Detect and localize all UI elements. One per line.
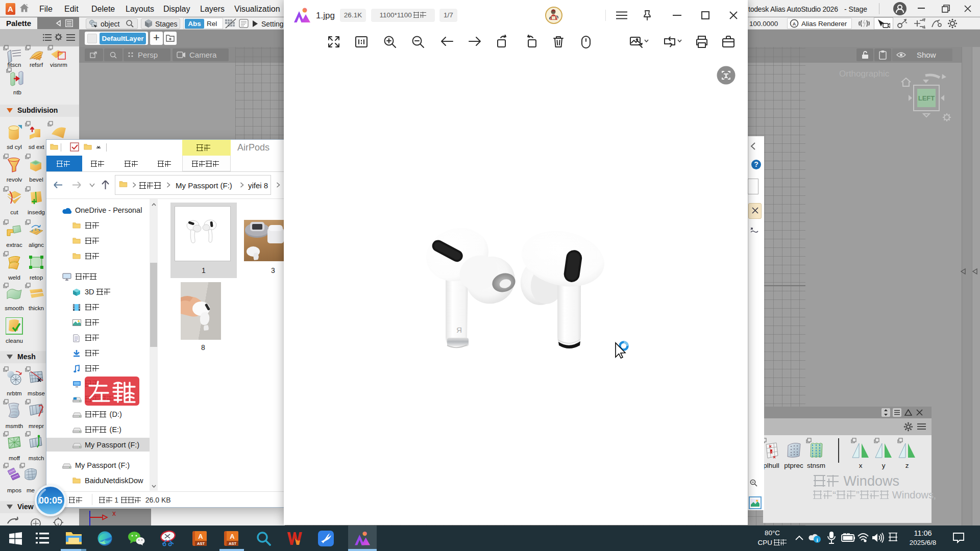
svg-text:A: A <box>198 533 203 540</box>
svg-text:AST: AST <box>197 541 205 546</box>
svg-text:AST: AST <box>229 541 236 546</box>
svg-text:A: A <box>230 533 235 540</box>
svg-text:i: i <box>816 537 818 543</box>
